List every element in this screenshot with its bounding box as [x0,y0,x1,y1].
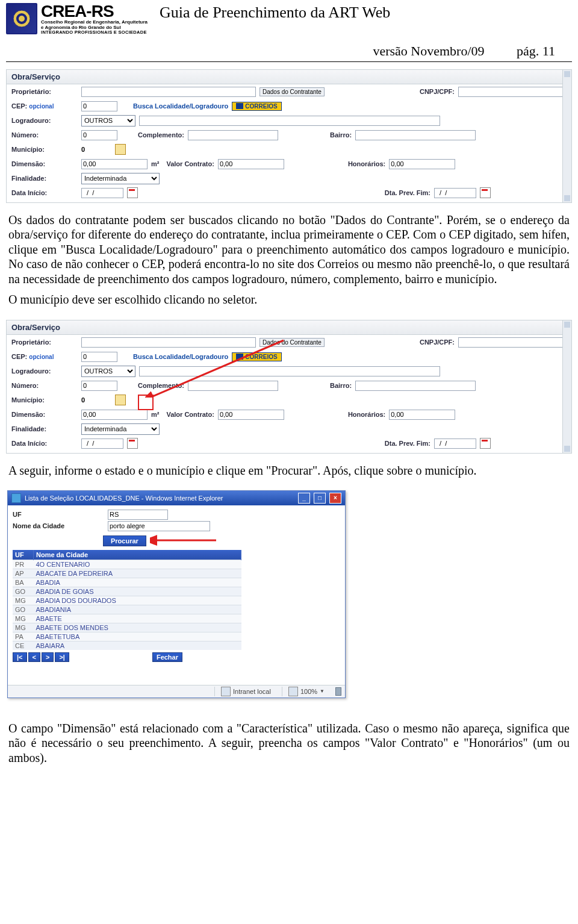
table-row[interactable]: BAABADIA [13,578,241,587]
btn-fechar[interactable]: Fechar [152,652,182,662]
doc-title: Guia de Preenchimento da ART Web [160,4,390,22]
section-title: Obra/Serviço [7,320,571,335]
input-dta-prev-fim[interactable] [434,188,476,198]
ie-icon [11,493,21,503]
input-numero[interactable] [81,381,117,391]
input-complemento[interactable] [188,381,278,391]
logo-main: CREA-RS [41,2,148,20]
lbl-cep: CEP: [11,353,27,360]
cities-table: UF Nome da Cidade PR4O CENTENARIOAPABACA… [13,550,241,650]
lbl-m2: m² [151,160,159,167]
lbl-finalidade: Finalidade: [11,175,78,182]
calendar-icon[interactable] [127,438,138,449]
table-row[interactable]: CEABAIARA [13,641,241,650]
input-bairro[interactable] [355,130,476,140]
svg-point-2 [19,16,25,22]
input-cep[interactable] [81,352,117,362]
section-title: Obra/Serviço [7,70,571,84]
intranet-icon [221,687,231,696]
btn-dados-contratante[interactable]: Dados do Contratante [259,338,325,347]
lbl-cep-opt: opcional [29,103,54,110]
table-row[interactable]: GOABADIANIA [13,605,241,614]
pager-next[interactable]: > [42,652,54,662]
input-nome-cidade[interactable] [108,521,210,531]
lbl-m2: m² [151,411,159,418]
logo-tagline: INTEGRANDO PROFISSIONAIS E SOCIEDADE [41,30,148,35]
lbl-bairro: Bairro: [330,382,352,389]
select-finalidade[interactable]: Indeterminada [81,173,160,184]
vertical-scrollbar[interactable] [562,320,571,453]
maximize-button[interactable]: □ [314,493,326,504]
btn-procurar[interactable]: Procurar [103,535,146,546]
resize-grip-icon[interactable] [335,687,341,696]
lbl-dimensao: Dimensão: [11,411,78,418]
pager-first[interactable]: |< [13,652,27,662]
red-arrow-icon [150,534,222,546]
table-row[interactable]: PR4O CENTENARIO [13,560,241,569]
version-line: versão Novembro/09 pág. 11 [6,35,572,62]
paragraph-2: O município deve ser escolhido clicando … [0,292,578,313]
table-row[interactable]: GOABADIA DE GOIAS [13,587,241,596]
input-uf[interactable] [108,510,168,520]
input-honorarios[interactable] [389,410,455,420]
input-bairro[interactable] [355,381,476,391]
table-row[interactable]: MGABAETE [13,614,241,623]
input-cep[interactable] [81,101,117,111]
lbl-honorarios: Honorários: [348,411,385,418]
paragraph-3: A seguir, informe o estado e o município… [0,457,578,484]
calendar-icon[interactable] [480,438,491,449]
table-row[interactable]: MGABAETE DOS MENDES [13,623,241,632]
calendar-icon[interactable] [480,187,491,198]
lbl-honorarios: Honorários: [348,160,385,167]
lbl-nome-cidade: Nome da Cidade [13,522,103,529]
municipio-selector-icon[interactable] [115,395,126,405]
input-data-inicio[interactable] [81,439,123,449]
input-dimensao[interactable] [81,159,148,169]
input-proprietario[interactable] [81,87,256,97]
lbl-data-inicio: Data Início: [11,189,78,196]
version-text: versão Novembro/09 [373,43,484,59]
input-valor-contrato[interactable] [218,159,284,169]
input-proprietario[interactable] [81,337,256,348]
select-logradouro-tipo[interactable]: OUTROS [81,115,135,126]
select-logradouro-tipo[interactable]: OUTROS [81,366,135,377]
input-logradouro[interactable] [139,116,440,126]
close-button[interactable]: × [329,493,341,504]
vertical-scrollbar[interactable] [562,70,571,202]
input-valor-contrato[interactable] [218,410,284,420]
lbl-cep: CEP: [11,102,27,110]
lbl-municipio: Município: [11,396,78,404]
pager-last[interactable]: >| [55,652,69,662]
link-busca-local[interactable]: Busca Localidade/Logradouro [133,102,228,110]
lbl-cep-opt: opcional [29,354,54,360]
input-honorarios[interactable] [389,159,455,169]
lbl-numero: Número: [11,131,78,139]
input-dta-prev-fim[interactable] [434,439,476,449]
pager-prev[interactable]: < [28,652,40,662]
th-uf: UF [13,550,34,560]
table-row[interactable]: MGABADIA DOS DOURADOS [13,596,241,605]
lbl-dimensao: Dimensão: [11,160,78,167]
table-row[interactable]: APABACATE DA PEDREIRA [13,569,241,578]
lbl-valor-contrato: Valor Contrato: [166,411,214,418]
correios-badge[interactable]: CORREIOS [232,352,281,361]
val-municipio: 0 [81,146,111,153]
table-row[interactable]: PAABAETETUBA [13,632,241,641]
btn-dados-contratante[interactable]: Dados do Contratante [259,87,325,96]
input-data-inicio[interactable] [81,188,123,198]
link-busca-local[interactable]: Busca Localidade/Logradouro [133,353,228,360]
input-cnpj[interactable] [458,87,567,97]
calendar-icon[interactable] [127,187,138,198]
input-numero[interactable] [81,130,117,140]
input-cnpj[interactable] [458,337,567,348]
input-dimensao[interactable] [81,410,148,420]
select-finalidade[interactable]: Indeterminada [81,423,160,435]
municipio-selector-icon[interactable] [115,144,126,155]
input-logradouro[interactable] [139,366,440,376]
paragraph-1: Os dados do contratante podem ser buscad… [0,207,578,292]
correios-badge[interactable]: CORREIOS [232,102,281,111]
minimize-button[interactable]: _ [298,493,310,504]
input-complemento[interactable] [188,130,278,140]
popup-window: Lista de Seleção LOCALIDADES_DNE - Windo… [7,490,346,698]
status-zoom[interactable]: 100% ▼ [282,687,325,696]
